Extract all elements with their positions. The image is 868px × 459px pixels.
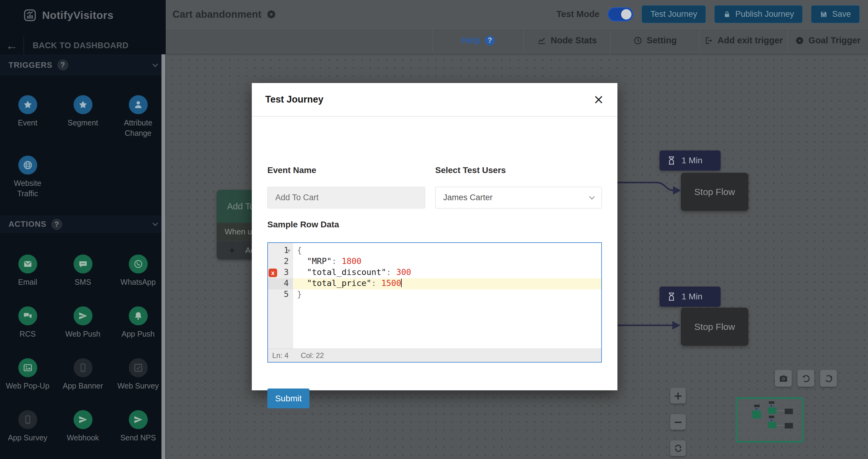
button-label: Add exit trigger	[717, 35, 783, 45]
button-label: Setting	[647, 35, 677, 45]
stop-flow-node-2[interactable]: Stop Flow	[681, 308, 748, 346]
sidebar-item-web-popup[interactable]: Web Pop-Up	[0, 358, 55, 410]
editor-line: 2 "MRP": 1800	[268, 256, 601, 267]
triggers-section-header[interactable]: TRIGGERS ?	[0, 55, 166, 75]
sidebar-item-rcs[interactable]: RCS	[0, 306, 55, 358]
sidebar-item-app-push[interactable]: App Push	[111, 306, 166, 358]
sidebar-item-segment[interactable]: Segment	[55, 95, 111, 156]
plus-icon: +	[229, 244, 235, 256]
phone-icon	[18, 410, 37, 429]
wait-node-2[interactable]: 1 Min	[659, 286, 721, 307]
undo-icon	[801, 373, 811, 383]
setting-button[interactable]: Setting	[611, 29, 699, 52]
stop-flow-label: Stop Flow	[694, 187, 735, 197]
goal-trigger-button[interactable]: Goal Trigger	[787, 29, 868, 52]
json-editor-content[interactable]: 1 { 2 "MRP": 1800 3 x "total_discount": …	[268, 243, 601, 349]
sidebar-item-label: WhatsApp	[121, 277, 156, 287]
code-token: :	[386, 267, 397, 277]
minimap-wire	[776, 425, 785, 426]
sidebar-item-attribute-change[interactable]: Attribute Change	[111, 95, 166, 156]
stop-flow-node-1[interactable]: Stop Flow	[681, 173, 748, 211]
top-bar: Cart abandonment Test Mode Test Journey …	[166, 0, 868, 29]
minimap-node	[768, 407, 776, 414]
zoom-out-button[interactable]: −	[670, 414, 686, 430]
triggers-grid: Event Segment Attribute Change Website T…	[0, 75, 166, 216]
json-value: 1500	[381, 278, 401, 288]
actions-section-header[interactable]: ACTIONS ?	[0, 216, 166, 233]
help-button[interactable]: Help ?	[432, 29, 523, 52]
sidebar-item-label: Web Pop-Up	[6, 381, 50, 391]
publish-journey-button[interactable]: Publish Journey	[714, 5, 803, 23]
button-label: Help	[462, 35, 481, 45]
sidebar-item-web-survey[interactable]: Web Survey	[111, 358, 166, 410]
status-line: Ln: 4	[272, 351, 288, 360]
event-name-input[interactable]: Add To Cart	[267, 187, 425, 209]
sidebar-item-sms[interactable]: SMS	[55, 254, 111, 306]
sidebar-item-label: App Banner	[63, 381, 103, 391]
modal-title: Test Journey	[265, 94, 323, 105]
undo-button[interactable]	[798, 370, 814, 387]
zoom-in-button[interactable]: +	[670, 388, 686, 403]
sidebar-scrollbar[interactable]	[161, 54, 165, 459]
sidebar-item-app-banner[interactable]: App Banner	[55, 358, 111, 410]
test-users-select[interactable]: James Carter	[435, 187, 602, 209]
sample-row-data-label: Sample Row Data	[267, 220, 339, 230]
minimap-node	[785, 409, 793, 414]
help-circle-icon[interactable]: ?	[57, 60, 68, 70]
sidebar-item-web-push[interactable]: Web Push	[55, 306, 111, 358]
close-icon[interactable]: ×	[593, 93, 604, 106]
envelope-icon	[18, 254, 37, 273]
json-editor[interactable]: 1 { 2 "MRP": 1800 3 x "total_discount": …	[267, 242, 602, 363]
brand-logo[interactable]: NotifyVisitors	[0, 0, 166, 31]
minimap[interactable]	[736, 397, 803, 442]
bell-icon	[129, 306, 148, 325]
sidebar-item-webhook[interactable]: Webhook	[55, 410, 111, 459]
reset-view-button[interactable]	[670, 440, 686, 456]
minimap-node	[770, 405, 772, 407]
whatsapp-icon	[129, 254, 148, 273]
brand-chart-icon	[23, 8, 37, 22]
sidebar-item-label: Web Push	[65, 329, 100, 339]
snapshot-button[interactable]	[775, 370, 792, 387]
help-circle-icon[interactable]: ?	[51, 219, 62, 230]
editor-line: 5 }	[268, 289, 601, 300]
json-value: 1800	[342, 256, 361, 266]
code-token: {	[297, 245, 302, 255]
sidebar-item-email[interactable]: Email	[0, 254, 55, 306]
user-icon	[129, 95, 148, 114]
clock-icon	[633, 36, 643, 45]
minimap-node	[769, 401, 774, 404]
chevron-down-icon[interactable]	[152, 220, 158, 226]
sidebar-item-send-nps[interactable]: Send NPS	[111, 410, 166, 459]
sidebar-item-event[interactable]: Event	[0, 95, 55, 156]
star-icon	[73, 95, 92, 114]
test-journey-button[interactable]: Test Journey	[642, 5, 706, 23]
test-mode-toggle[interactable]	[608, 7, 633, 21]
status-column: Col: 22	[301, 351, 324, 360]
journey-settings-gear-icon[interactable]	[267, 9, 276, 19]
submit-button[interactable]: Submit	[267, 389, 309, 408]
minimap-node	[769, 416, 774, 418]
save-button[interactable]: Save	[811, 5, 860, 23]
add-exit-trigger-button[interactable]: Add exit trigger	[699, 29, 787, 52]
chevron-down-icon[interactable]	[152, 61, 158, 67]
sidebar-item-website-traffic[interactable]: Website Traffic	[0, 156, 55, 216]
app-window: 1 Min Stop Flow 1 Min Stop Flow Add To C…	[0, 0, 868, 459]
error-icon: x	[269, 269, 277, 277]
button-label: Test Journey	[650, 9, 697, 19]
redo-button[interactable]	[820, 370, 837, 387]
code-token: }	[297, 289, 302, 299]
wait-node-1[interactable]: 1 Min	[659, 150, 721, 171]
image-icon	[18, 358, 37, 377]
question-circle-icon: ?	[485, 36, 495, 45]
node-stats-button[interactable]: Node Stats	[523, 29, 611, 52]
sidebar-item-whatsapp[interactable]: WhatsApp	[111, 254, 166, 306]
canvas-toolbar: Help ? Node Stats Setting Add exit trigg…	[166, 29, 868, 53]
sidebar: NotifyVisitors ← BACK TO DASHBOARD TRIGG…	[0, 0, 166, 459]
fold-caret-icon[interactable]	[287, 250, 290, 252]
sidebar-item-label: Segment	[67, 118, 98, 128]
chat-bubble-icon	[73, 254, 92, 273]
sidebar-item-app-survey[interactable]: App Survey	[0, 410, 55, 459]
text-cursor	[401, 279, 402, 287]
chat-bubbles-icon	[18, 306, 37, 325]
